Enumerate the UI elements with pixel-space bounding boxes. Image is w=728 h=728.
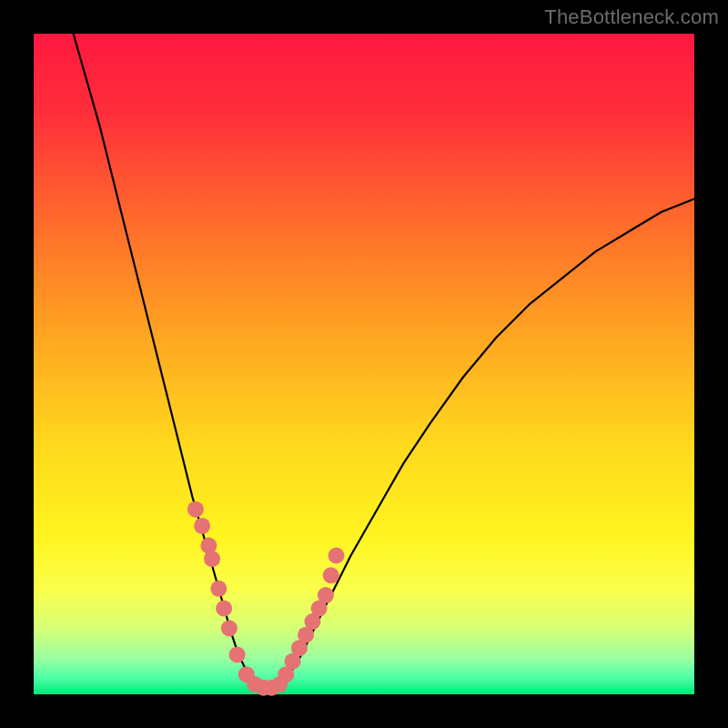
curve-marker: [194, 518, 210, 534]
chart-frame: TheBottleneck.com: [0, 0, 728, 728]
curve-marker: [329, 548, 345, 564]
curve-marker: [216, 601, 232, 617]
curve-marker: [229, 646, 246, 662]
watermark-text: TheBottleneck.com: [544, 5, 719, 29]
plot-background: [34, 34, 694, 694]
curve-marker: [318, 587, 334, 603]
bottleneck-chart: [0, 0, 728, 728]
curve-marker: [210, 581, 227, 597]
curve-marker: [187, 501, 204, 518]
curve-marker: [221, 620, 238, 636]
curve-marker: [204, 551, 220, 567]
curve-marker: [323, 567, 339, 583]
